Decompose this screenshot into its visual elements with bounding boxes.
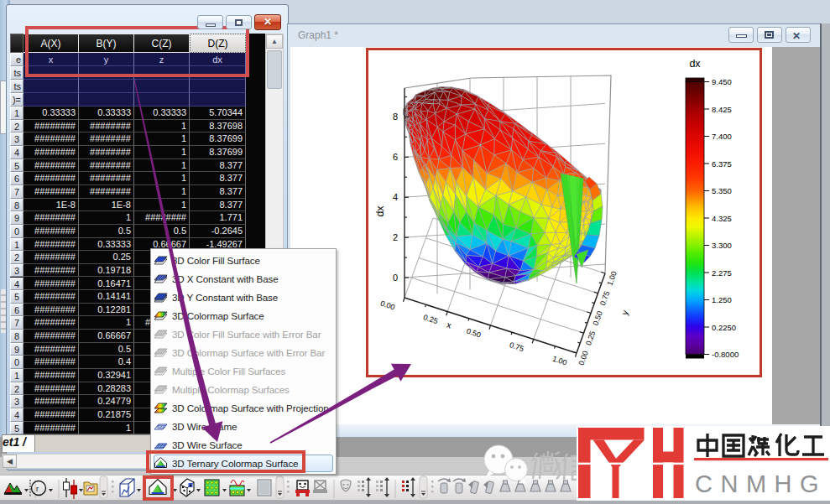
svg-text:CNMHG: CNMHG <box>695 470 827 497</box>
